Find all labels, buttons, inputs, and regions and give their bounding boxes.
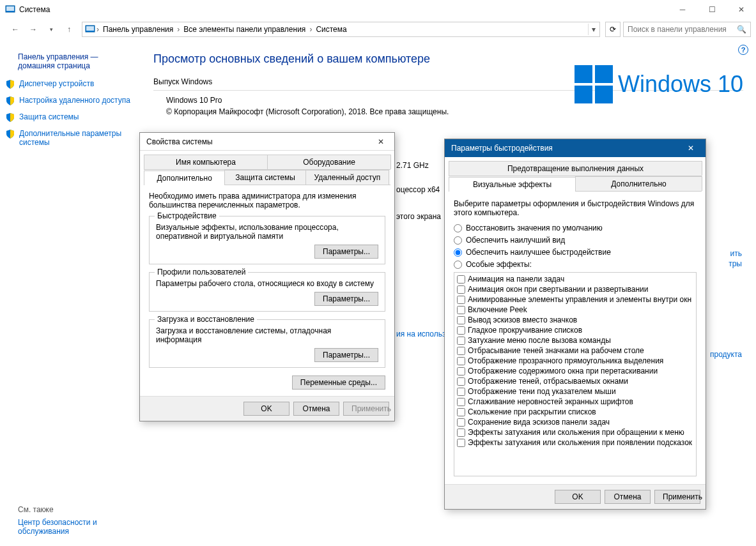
breadcrumb-system[interactable]: Система	[313, 25, 349, 34]
effect-check-item[interactable]: Скольжение при раскрытии списков	[456, 407, 695, 417]
effect-checkbox[interactable]	[457, 408, 465, 416]
sysprops-ok-button[interactable]: OK	[243, 402, 289, 416]
effect-check-item[interactable]: Сглаживание неровностей экранных шрифтов	[456, 397, 695, 407]
radio-best-perf[interactable]: Обеспечить наилучшее быстродействие	[454, 248, 697, 257]
radio-default[interactable]: Восстановить значения по умолчанию	[454, 224, 697, 232]
effect-checkbox[interactable]	[457, 306, 465, 314]
effect-label: Гладкое прокручивание списков	[468, 326, 582, 335]
sysprops-apply-button[interactable]: Применить	[343, 402, 389, 416]
effect-checkbox[interactable]	[457, 285, 465, 294]
tab-advanced[interactable]: Дополнительно	[144, 171, 225, 185]
effect-checkbox[interactable]	[457, 337, 465, 345]
chevron-right-icon[interactable]: ›	[176, 25, 181, 34]
chevron-right-icon[interactable]: ›	[308, 25, 313, 34]
nav-history-button[interactable]: ▾	[43, 22, 59, 37]
effect-check-item[interactable]: Анимация на панели задач	[456, 274, 695, 284]
env-vars-button[interactable]: Переменные среды...	[292, 375, 385, 390]
maximize-button[interactable]: ☐	[697, 0, 727, 19]
radio-default-input[interactable]	[454, 224, 462, 232]
sysprops-cancel-button[interactable]: Отмена	[293, 402, 339, 416]
effect-check-item[interactable]: Отображение содержимого окна при перетас…	[456, 366, 695, 376]
sidebar-item-system-protection[interactable]: Защита системы	[5, 112, 133, 123]
effect-check-item[interactable]: Включение Peek	[456, 305, 695, 315]
effect-checkbox[interactable]	[457, 418, 465, 427]
perf-cancel-button[interactable]: Отмена	[605, 490, 651, 504]
radio-best-perf-input[interactable]	[454, 248, 462, 257]
profiles-group-title: Профили пользователей	[155, 268, 248, 277]
radio-best-look[interactable]: Обеспечить наилучший вид	[454, 236, 697, 245]
effect-label: Анимация окон при свертывании и разверты…	[468, 285, 648, 294]
tab-dep[interactable]: Предотвращение выполнения данных	[449, 161, 702, 176]
admin-note: Необходимо иметь права администратора дл…	[149, 192, 385, 209]
perf-close-button[interactable]: ✕	[680, 141, 702, 155]
sysprops-title-bar[interactable]: Свойства системы ✕	[140, 133, 394, 151]
effect-check-item[interactable]: Затухание меню после вызова команды	[456, 335, 695, 345]
effect-check-item[interactable]: Анимация окон при свертывании и разверты…	[456, 284, 695, 294]
tab-hardware[interactable]: Оборудование	[267, 155, 391, 169]
effect-checkbox[interactable]	[457, 316, 465, 324]
radio-best-look-input[interactable]	[454, 236, 462, 245]
breadcrumb-control-panel[interactable]: Панель управления	[100, 25, 176, 34]
perf-ok-button[interactable]: OK	[555, 490, 601, 504]
perf-apply-button[interactable]: Применить	[654, 490, 700, 504]
effect-checkbox[interactable]	[457, 388, 465, 396]
effect-checkbox[interactable]	[457, 357, 465, 365]
chevron-right-icon[interactable]: ›	[95, 25, 100, 34]
tab-perf-advanced[interactable]: Дополнительно	[575, 176, 702, 191]
effect-check-item[interactable]: Вывод эскизов вместо значков	[456, 315, 695, 325]
effect-checkbox[interactable]	[457, 367, 465, 375]
perf-intro: Выберите параметры оформления и быстроде…	[454, 199, 697, 217]
performance-settings-button[interactable]: Параметры...	[314, 245, 378, 259]
minimize-button[interactable]: ─	[668, 0, 697, 19]
effect-check-item[interactable]: Эффекты затухания или скольжения при поя…	[456, 437, 695, 448]
profiles-settings-button[interactable]: Параметры...	[314, 292, 378, 306]
effect-check-item[interactable]: Отображение прозрачного прямоугольника в…	[456, 356, 695, 366]
address-bar[interactable]: › Панель управления › Все элементы панел…	[82, 22, 600, 37]
breadcrumb-all-items[interactable]: Все элементы панели управления	[181, 25, 308, 34]
nav-up-button[interactable]: ↑	[61, 22, 77, 37]
sidebar-security-link[interactable]: Центр безопасности и обслуживания	[18, 518, 120, 536]
sidebar-label: Дополнительные параметры системы	[19, 129, 133, 147]
effect-check-item[interactable]: Эффекты затухания или скольжения при обр…	[456, 427, 695, 437]
tab-visual-effects[interactable]: Визуальные эффекты	[449, 177, 576, 192]
perf-title-bar[interactable]: Параметры быстродействия ✕	[445, 139, 706, 157]
sidebar-item-remote-settings[interactable]: Настройка удаленного доступа	[5, 96, 133, 106]
nav-forward-button[interactable]: →	[26, 22, 41, 37]
search-input[interactable]: Поиск в панели управления 🔍	[623, 22, 751, 37]
link-fragment-2[interactable]: тры	[729, 259, 742, 268]
product-link-fragment[interactable]: продукта	[710, 350, 742, 359]
effect-checkbox[interactable]	[457, 347, 465, 355]
effect-check-item[interactable]: Отображение тени под указателем мыши	[456, 386, 695, 397]
sidebar-item-device-manager[interactable]: Диспетчер устройств	[5, 79, 133, 89]
tab-system-protection[interactable]: Защита системы	[224, 170, 305, 185]
effect-checkbox[interactable]	[457, 439, 465, 447]
shield-icon	[5, 112, 15, 123]
effect-check-item[interactable]: Сохранение вида эскизов панели задач	[456, 417, 695, 427]
radio-best-perf-label: Обеспечить наилучшее быстродействие	[466, 248, 611, 257]
effect-checkbox[interactable]	[457, 296, 465, 304]
effect-checkbox[interactable]	[457, 275, 465, 284]
address-dropdown-button[interactable]: ▾	[588, 24, 598, 35]
sysprops-close-button[interactable]: ✕	[371, 135, 390, 148]
effect-checkbox[interactable]	[457, 377, 465, 386]
effect-checkbox[interactable]	[457, 326, 465, 335]
tab-remote[interactable]: Удаленный доступ	[305, 170, 389, 185]
radio-custom[interactable]: Особые эффекты:	[454, 260, 697, 269]
radio-custom-input[interactable]	[454, 261, 462, 269]
refresh-button[interactable]: ⟳	[605, 22, 621, 37]
effect-check-item[interactable]: Отображение теней, отбрасываемых окнами	[456, 376, 695, 386]
sidebar-item-advanced-settings[interactable]: Дополнительные параметры системы	[5, 129, 133, 147]
sidebar-home-link[interactable]: Панель управления — домашняя страница	[18, 52, 133, 70]
startup-settings-button[interactable]: Параметры...	[314, 348, 378, 362]
effect-check-item[interactable]: Отбрасывание теней значками на рабочем с…	[456, 345, 695, 356]
nav-back-button[interactable]: ←	[8, 22, 23, 37]
effect-check-item[interactable]: Анимированные элементы управления и элем…	[456, 294, 695, 305]
effect-checkbox[interactable]	[457, 428, 465, 437]
effects-checklist[interactable]: Анимация на панели задачАнимация окон пр…	[454, 272, 697, 476]
link-fragment-1[interactable]: ить	[730, 249, 742, 258]
close-button[interactable]: ✕	[727, 0, 756, 19]
usage-link-fragment[interactable]: ия на использ	[396, 330, 446, 338]
tab-computer-name[interactable]: Имя компьютера	[144, 155, 268, 169]
effect-checkbox[interactable]	[457, 398, 465, 406]
effect-check-item[interactable]: Гладкое прокручивание списков	[456, 325, 695, 335]
